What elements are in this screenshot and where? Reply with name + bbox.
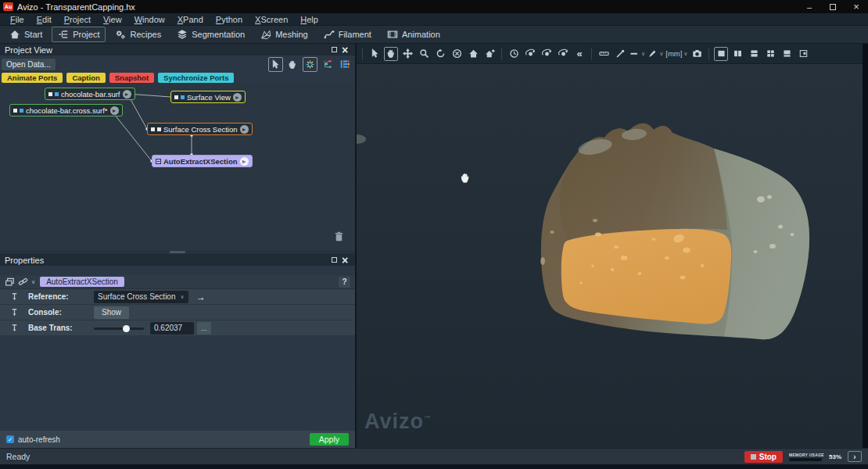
slider-thumb[interactable]	[123, 325, 130, 332]
pool-tree-view-button[interactable]	[320, 57, 335, 72]
collapse-icon[interactable]	[156, 159, 161, 164]
line-style-dropdown[interactable]	[629, 48, 645, 59]
base-trans-slider[interactable]	[94, 322, 144, 335]
tab-project[interactable]: Project	[52, 27, 106, 42]
menu-help[interactable]: Help	[295, 15, 324, 24]
menu-file[interactable]: File	[5, 15, 30, 24]
viewer-canvas[interactable]: Avizo™	[357, 64, 863, 448]
interact-mode-button[interactable]	[303, 57, 317, 72]
display-icon	[157, 127, 161, 131]
auto-rotate-icon[interactable]	[507, 47, 521, 61]
pan-tool-button[interactable]	[285, 57, 300, 72]
auto-refresh-checkbox[interactable]	[6, 435, 14, 443]
rotate-y-icon[interactable]	[540, 47, 554, 61]
unit-dropdown[interactable]: [mm]	[665, 49, 687, 58]
console-toggle-button[interactable]	[848, 451, 862, 462]
pan-icon[interactable]	[400, 47, 414, 61]
menu-python[interactable]: Python	[210, 15, 248, 24]
node-chocolate-bar-surf[interactable]: chocolate-bar.surf	[45, 88, 135, 100]
apply-button[interactable]: Apply	[310, 433, 349, 446]
trash-icon[interactable]	[333, 231, 345, 242]
layout-two-rows-icon[interactable]	[780, 47, 794, 61]
measure-icon[interactable]	[597, 47, 611, 61]
synchronize-ports-button[interactable]: Synchronize Ports	[158, 73, 234, 83]
set-home-icon[interactable]	[482, 47, 497, 61]
node-chocolate-bar-cross-surf[interactable]: chocolate-bar.cross.surf*	[9, 104, 123, 116]
hand-icon[interactable]	[384, 47, 398, 61]
float-panel-button[interactable]	[328, 255, 339, 265]
menu-edit[interactable]: Edit	[31, 15, 57, 24]
console-row: Console: Show	[0, 305, 355, 320]
node-menu-icon[interactable]	[110, 106, 119, 115]
close-button[interactable]	[845, 0, 868, 13]
pin-icon[interactable]	[10, 323, 19, 333]
animate-ports-button[interactable]: Animate Ports	[2, 73, 63, 83]
layout-four-icon[interactable]	[763, 47, 777, 61]
close-panel-button[interactable]	[339, 255, 350, 265]
chevron-down-icon[interactable]	[31, 279, 35, 285]
pin-icon[interactable]	[10, 292, 19, 302]
node-menu-icon[interactable]	[233, 93, 242, 102]
float-panel-button[interactable]	[328, 45, 339, 55]
node-surface-cross-section[interactable]: Surface Cross Section	[147, 123, 253, 135]
node-graph-area[interactable]: chocolate-bar.surf Surface View chocolat…	[0, 83, 355, 250]
link-chain-icon[interactable]	[18, 277, 28, 287]
minimize-button[interactable]	[798, 0, 821, 13]
stack-icon[interactable]	[5, 277, 15, 287]
help-button[interactable]: ?	[339, 277, 350, 288]
pin-icon[interactable]	[10, 307, 19, 317]
caption-button[interactable]: Caption	[66, 73, 105, 83]
stop-button[interactable]: Stop	[744, 451, 783, 463]
layout-two-horizontal-icon[interactable]	[747, 47, 761, 61]
base-trans-label: Base Trans:	[28, 324, 94, 332]
snapshot-button[interactable]: Snapshot	[109, 73, 154, 83]
module-name-badge[interactable]: AutoExtractXSection	[40, 277, 124, 287]
menu-xscreen[interactable]: XScreen	[249, 15, 293, 24]
stop-interaction-icon[interactable]	[450, 47, 464, 61]
menu-window[interactable]: Window	[129, 15, 170, 24]
node-menu-icon[interactable]	[123, 90, 131, 98]
goto-reference-arrow-icon[interactable]	[196, 292, 206, 303]
tab-meshing[interactable]: Meshing	[254, 27, 314, 42]
more-options-button[interactable]: ...	[197, 322, 211, 335]
reference-dropdown[interactable]: Surface Cross Section	[94, 291, 188, 303]
menu-project[interactable]: Project	[59, 15, 96, 24]
node-menu-icon[interactable]	[240, 125, 249, 134]
module-icon	[174, 95, 178, 99]
probe-icon[interactable]	[613, 47, 627, 61]
node-surface-view[interactable]: Surface View	[170, 91, 246, 103]
layers-icon	[177, 29, 188, 40]
menu-view[interactable]: View	[98, 15, 127, 24]
annotate-dropdown[interactable]	[647, 48, 663, 59]
seek-back-icon[interactable]	[572, 47, 586, 61]
menu-xpand[interactable]: XPand	[172, 15, 209, 24]
layout-custom-icon[interactable]	[796, 47, 810, 61]
tab-recipes[interactable]: Recipes	[109, 27, 167, 42]
tab-start[interactable]: Start	[3, 27, 48, 42]
base-trans-value-field[interactable]: 0.62037	[150, 322, 194, 335]
rotate-icon[interactable]	[433, 47, 447, 61]
bottom-edge-strip	[0, 464, 868, 469]
select-arrow-icon[interactable]	[368, 47, 382, 61]
open-data-button[interactable]: Open Data...	[2, 59, 56, 70]
layout-single-icon[interactable]	[714, 47, 728, 61]
maximize-button[interactable]	[821, 0, 845, 13]
properties-bottom-bar: auto-refresh Apply	[0, 431, 355, 448]
node-autoextractxsection[interactable]: AutoExtractXSection	[152, 155, 253, 167]
snapshot-camera-icon[interactable]	[690, 47, 704, 61]
select-tool-button[interactable]	[268, 57, 283, 72]
tab-segmentation[interactable]: Segmentation	[170, 27, 251, 42]
node-menu-icon[interactable]	[240, 157, 249, 166]
show-console-button[interactable]: Show	[94, 306, 129, 319]
home-icon[interactable]	[466, 47, 480, 61]
rotate-x-icon[interactable]	[523, 47, 537, 61]
rotate-z-icon[interactable]	[556, 47, 570, 61]
layout-two-vertical-icon[interactable]	[730, 47, 744, 61]
tab-animation[interactable]: Animation	[381, 27, 447, 42]
zoom-icon[interactable]	[417, 47, 431, 61]
close-panel-button[interactable]	[339, 45, 350, 55]
cursor-icon	[271, 59, 281, 70]
memory-usage-indicator: MEMORY USAGE	[789, 453, 824, 461]
list-view-button[interactable]	[337, 57, 352, 72]
tab-filament[interactable]: Filament	[317, 27, 378, 42]
